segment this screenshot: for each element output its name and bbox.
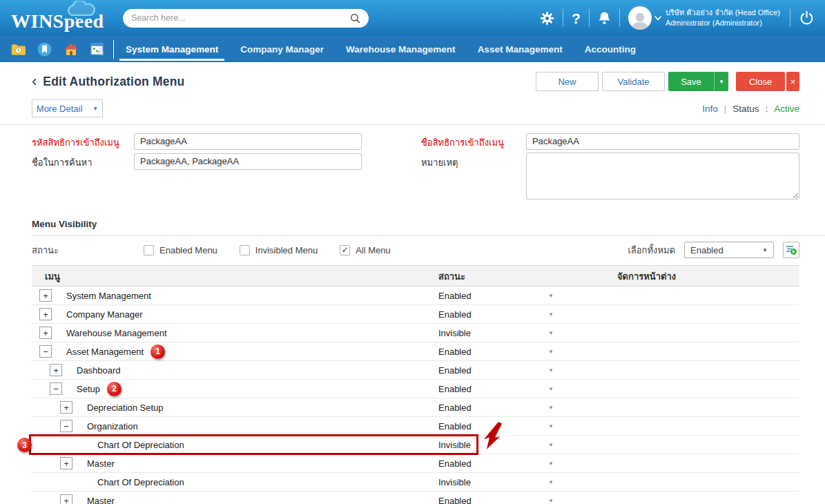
logout-power-icon[interactable] (799, 11, 814, 26)
menu-row-company-manager: +Company ManagerEnabled▼ (32, 305, 799, 324)
status-dropdown-caret-icon[interactable]: ▼ (548, 423, 554, 429)
status-dropdown-caret-icon[interactable]: ▼ (548, 386, 554, 392)
validate-button[interactable]: Validate (602, 72, 665, 91)
more-detail-button[interactable]: More Detail ▼ (32, 99, 103, 117)
main-navbar: System ManagementCompany ManagerWarehous… (0, 36, 825, 62)
info-link[interactable]: Info (702, 104, 718, 114)
menu-row-warehouse-management: +Warehouse ManagementInvisible▼ (32, 324, 799, 342)
menu-row-organization: −OrganizationEnabled▼ (32, 417, 799, 436)
code-input[interactable] (134, 133, 362, 150)
tab-company-manager[interactable]: Company Manager (240, 36, 324, 62)
search-bar[interactable] (123, 9, 369, 28)
status-dropdown-caret-icon[interactable]: ▼ (548, 442, 554, 448)
winspeed-logo[interactable]: WINSpeed (11, 0, 112, 36)
expand-icon[interactable]: + (39, 327, 52, 339)
collapse-icon[interactable]: − (39, 345, 52, 358)
note-label: หมายเหตุ (421, 153, 526, 170)
status-label: Status (732, 104, 759, 114)
status-dropdown-caret-icon[interactable]: ▼ (548, 293, 554, 299)
close-x-icon[interactable]: × (786, 72, 799, 91)
save-button[interactable]: Save (668, 72, 714, 91)
section-divider (0, 124, 825, 125)
checkbox-enabled-menu[interactable]: Enabled Menu (144, 245, 217, 255)
status-dropdown-caret-icon[interactable]: ▼ (548, 349, 554, 355)
row-status: Enabled (438, 291, 472, 301)
user-avatar[interactable] (628, 6, 652, 30)
calendar-grid-icon[interactable] (90, 43, 104, 55)
code-label: รหัสสิทธิการเข้าถึงเมนู (32, 133, 134, 150)
save-dropdown-caret[interactable]: ▼ (714, 72, 728, 91)
expand-icon[interactable]: + (39, 289, 52, 302)
user-info[interactable]: บริษัท ตัวอย่าง จำกัด (Head Office) Admi… (666, 8, 780, 28)
select-all-dropdown[interactable]: Enabled ▼ (684, 242, 774, 258)
page-content: ‹ Edit Authorization Menu New Validate S… (0, 71, 825, 504)
new-button[interactable]: New (536, 72, 599, 91)
menu-name: Chart Of Depreciation (97, 477, 184, 487)
notifications-bell-icon[interactable] (598, 11, 611, 25)
highlight-frame (29, 434, 478, 455)
collapse-icon[interactable]: − (60, 420, 72, 432)
name-input[interactable] (526, 133, 799, 150)
tab-warehouse-management[interactable]: Warehouse Management (345, 36, 456, 62)
quick-icons (11, 42, 104, 57)
history-folder-icon[interactable] (11, 43, 26, 55)
menu-row-setup: −Setup2Enabled▼ (32, 380, 799, 398)
menu-name: Organization (87, 421, 138, 432)
expand-icon[interactable]: + (39, 308, 52, 320)
help-icon[interactable]: ? (572, 11, 581, 26)
status-dropdown-caret-icon[interactable]: ▼ (548, 498, 554, 504)
note-textarea[interactable] (526, 153, 799, 200)
checkbox-unchecked-icon[interactable] (240, 245, 250, 255)
form-left-column: รหัสสิทธิการเข้าถึงเมนู ชื่อในการค้นหา (32, 133, 362, 202)
select-caret-icon: ▼ (762, 247, 768, 253)
status-dropdown-caret-icon[interactable]: ▼ (548, 330, 554, 336)
navbar-divider (113, 40, 114, 59)
expand-icon[interactable]: + (60, 494, 72, 504)
checkbox-unchecked-icon[interactable] (144, 245, 154, 255)
row-status: Enabled (438, 309, 472, 320)
app-window: WINSpeed (0, 0, 825, 504)
status-dropdown-caret-icon[interactable]: ▼ (548, 367, 554, 374)
checkbox-all-menu[interactable]: ✓All Menu (340, 245, 391, 255)
tab-asset-management[interactable]: Asset Management (477, 36, 563, 62)
row-status: Invisible (438, 440, 471, 450)
search-input[interactable] (131, 13, 350, 23)
close-button[interactable]: Close (736, 72, 785, 91)
search-name-input[interactable] (134, 153, 362, 170)
checkbox-invisibled-menu[interactable]: Invisibled Menu (240, 245, 318, 255)
status-dropdown-caret-icon[interactable]: ▼ (548, 479, 554, 485)
menu-row-asset-management: −Asset Management1Enabled▼ (32, 342, 799, 361)
menu-name: Chart Of Depreciation (97, 440, 184, 450)
expand-icon[interactable]: + (60, 401, 72, 414)
menu-visibility-title: Menu Visibility (32, 219, 825, 236)
row-status: Enabled (438, 496, 472, 504)
menu-row-system-management: +System ManagementEnabled▼ (32, 287, 799, 305)
status-dropdown-caret-icon[interactable]: ▼ (548, 461, 554, 467)
search-icon[interactable] (350, 13, 360, 23)
tab-system-management[interactable]: System Management (125, 36, 219, 62)
status-dropdown-caret-icon[interactable]: ▼ (548, 405, 554, 411)
step-badge-2: 2 (107, 382, 122, 396)
user-menu-chevron-icon[interactable] (654, 16, 661, 21)
menu-row-depreciation-setup: +Depreciation SetupEnabled▼ (32, 398, 799, 417)
expand-icon[interactable]: + (50, 364, 62, 376)
home-icon[interactable] (64, 43, 79, 56)
status-dropdown-caret-icon[interactable]: ▼ (548, 311, 554, 318)
bookmark-icon[interactable] (37, 42, 52, 57)
back-chevron-icon[interactable]: ‹ (32, 74, 37, 89)
search-name-label: ชื่อในการค้นหา (32, 153, 134, 170)
collapse-icon[interactable]: − (50, 382, 62, 395)
menu-name: Master (87, 496, 115, 504)
step-badge-1: 1 (151, 345, 165, 359)
tab-accounting[interactable]: Accounting (584, 36, 637, 62)
apply-to-all-button[interactable] (783, 242, 799, 258)
save-button-group: Save ▼ (668, 72, 728, 91)
row-status: Enabled (438, 347, 472, 357)
checkbox-checked-icon[interactable]: ✓ (340, 245, 350, 255)
module-tabs: System ManagementCompany ManagerWarehous… (125, 36, 637, 62)
expand-icon[interactable]: + (60, 457, 72, 469)
settings-gear-icon[interactable] (540, 11, 554, 26)
filter-status-label: สถานะ (32, 243, 144, 258)
visibility-filter-row: สถานะ Enabled MenuInvisibled Menu✓All Me… (32, 242, 799, 258)
top-header: WINSpeed (0, 0, 825, 36)
